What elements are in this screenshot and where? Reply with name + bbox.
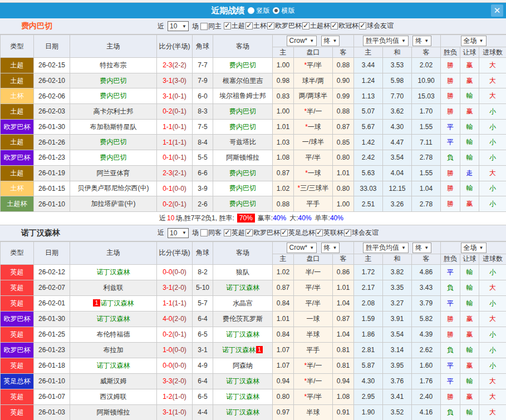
half-score: (0-1) — [173, 200, 186, 208]
sub-draw: 和 — [383, 47, 412, 58]
away-team-cell: 费内巴切 — [213, 104, 273, 120]
checkbox-unchecked-icon[interactable] — [200, 229, 208, 236]
bookmaker-select[interactable]: Crow* — [287, 243, 317, 253]
league-filter[interactable]: 土超 — [224, 21, 245, 31]
league-filter[interactable]: 土超杯 — [302, 21, 330, 31]
full-score: 0-1 — [163, 185, 172, 192]
league-filter[interactable]: 欧冠杯 — [331, 21, 358, 31]
checkbox-checked-icon[interactable] — [245, 229, 253, 236]
handicap-line: 半/一 — [294, 264, 333, 280]
close-button[interactable]: ✕ — [491, 4, 503, 17]
league-filter[interactable]: 欧罗巴杯 — [267, 21, 302, 31]
corner-count: 8-4 — [193, 135, 213, 150]
goals-result: 大 — [479, 88, 506, 104]
away-team-name: 根塞尔伯里吉 — [223, 77, 263, 85]
corner-count: 6-6 — [193, 165, 213, 181]
avg-select[interactable]: 胜平负均值 — [363, 243, 409, 253]
league-badge: 土超 — [1, 73, 34, 88]
corner-count: 3-1 — [193, 342, 213, 358]
handicap-group-header: Crow* 终 — [273, 35, 354, 47]
full-score: 2-3 — [163, 61, 172, 69]
checkbox-unchecked-icon[interactable] — [200, 23, 208, 30]
radio-selected-icon[interactable] — [273, 7, 279, 14]
handicap-result: 輸 — [460, 135, 479, 150]
away-team-name: 费内巴切 — [229, 123, 256, 131]
away-handicap-odds: 0.87 — [333, 311, 354, 327]
win-avg: 3.44 — [354, 58, 383, 73]
league-filter[interactable]: 球会友谊 — [359, 21, 394, 31]
match-result: 勝 — [441, 196, 460, 212]
league-badge: 欧罗巴杯 — [1, 311, 34, 327]
summary-prefix: 近 — [159, 214, 166, 223]
away-team-cell: 狼队 — [213, 264, 273, 280]
layout-horizontal-option[interactable]: 横版 — [273, 6, 295, 16]
checkbox-checked-icon[interactable] — [245, 22, 253, 29]
scope-select[interactable]: 全场 — [461, 243, 487, 253]
half-score: (0-1) — [173, 123, 186, 131]
stage-select[interactable]: 终 — [321, 36, 340, 46]
same-away-filter[interactable]: 同客 — [200, 228, 222, 238]
checkbox-checked-icon[interactable] — [316, 229, 323, 236]
match-count-select[interactable]: 10 — [168, 228, 189, 238]
score-cell: 3-1(3-0) — [157, 73, 193, 88]
away-handicap-odds: 0.91 — [333, 404, 354, 420]
home-team-cell: 威斯汉姆 — [70, 373, 157, 389]
checkbox-checked-icon[interactable] — [302, 22, 310, 29]
league-filter[interactable]: 球会友谊 — [344, 228, 379, 238]
corner-count: 5-7 — [193, 295, 213, 311]
stage-select-2[interactable]: 终 — [412, 243, 431, 253]
avg-select[interactable]: 胜平负均值 — [363, 36, 409, 46]
stage-select-2[interactable]: 终 — [412, 36, 431, 46]
league-filter[interactable]: 英足总杯 — [281, 228, 315, 238]
asterisk-mark: * — [304, 362, 307, 369]
bookmaker-select[interactable]: Crow* — [287, 36, 317, 46]
checkbox-checked-icon[interactable] — [344, 229, 351, 236]
away-team-cell: 根塞尔伯里吉 — [213, 73, 273, 88]
draw-avg: 3.76 — [383, 373, 412, 389]
home-team-cell: 诺丁汉森林 — [70, 311, 157, 327]
stage-select-value: 终 — [324, 243, 331, 253]
home-handicap-odds: 0.87 — [273, 165, 294, 181]
score-cell: 2-3(2-2) — [157, 58, 193, 73]
half-score: (0-1) — [173, 107, 186, 115]
table-row: 欧罗巴杯26-01-30布加勒斯特星队1-1(0-1)7-5费内巴切1.01*一… — [1, 119, 506, 135]
handicap-result: 輸 — [460, 295, 479, 311]
away-handicap-odds: 1.08 — [333, 389, 354, 404]
full-score: 3-1 — [163, 284, 172, 291]
checkbox-checked-icon[interactable] — [359, 22, 366, 29]
home-team-cell: 特拉布宗 — [70, 58, 157, 73]
stage-select-2-value: 终 — [415, 36, 422, 46]
stage-select[interactable]: 终 — [321, 243, 340, 253]
goals-result: 小 — [479, 358, 506, 373]
asterisk-mark: * — [304, 377, 307, 385]
league-badge: 欧罗巴杯 — [1, 342, 34, 358]
stage-select-2-value: 终 — [415, 243, 422, 253]
checkbox-checked-icon[interactable] — [331, 22, 338, 29]
score-cell: 1-0(0-0) — [157, 342, 193, 358]
layout-vertical-option[interactable]: 竖版 — [248, 6, 270, 16]
away-team-cell: 费伦茨瓦罗斯 — [213, 311, 273, 327]
win-avg: 5.07 — [354, 104, 383, 120]
checkbox-checked-icon[interactable] — [281, 229, 288, 236]
checkbox-checked-icon[interactable] — [224, 22, 231, 29]
league-filter[interactable]: 英超 — [224, 228, 245, 238]
sub-draw: 和 — [383, 254, 412, 264]
same-home-filter[interactable]: 同主 — [200, 22, 222, 31]
score-cell: 3-1(2-0) — [157, 280, 193, 295]
checkbox-checked-icon[interactable] — [267, 22, 274, 29]
league-filter[interactable]: 欧罗巴杯 — [245, 228, 280, 238]
league-filter[interactable]: 土杯 — [245, 21, 267, 31]
radio-unselected-icon[interactable] — [248, 7, 254, 14]
checkbox-checked-icon[interactable] — [224, 229, 231, 236]
league-filter[interactable]: 英联杯 — [316, 228, 343, 238]
league-badge: 土杯 — [1, 181, 34, 196]
asterisk-mark: * — [304, 107, 307, 115]
match-count-select[interactable]: 10 — [168, 21, 189, 31]
scope-select[interactable]: 全场 — [461, 36, 487, 46]
handicap-line: *平/半 — [294, 389, 333, 404]
rate-label: 大: — [289, 214, 298, 222]
match-result: 負 — [441, 280, 460, 295]
home-handicap-odds: 1.00 — [273, 58, 294, 73]
win-avg: 1.90 — [354, 404, 383, 420]
summary-count: 10 — [167, 214, 174, 222]
